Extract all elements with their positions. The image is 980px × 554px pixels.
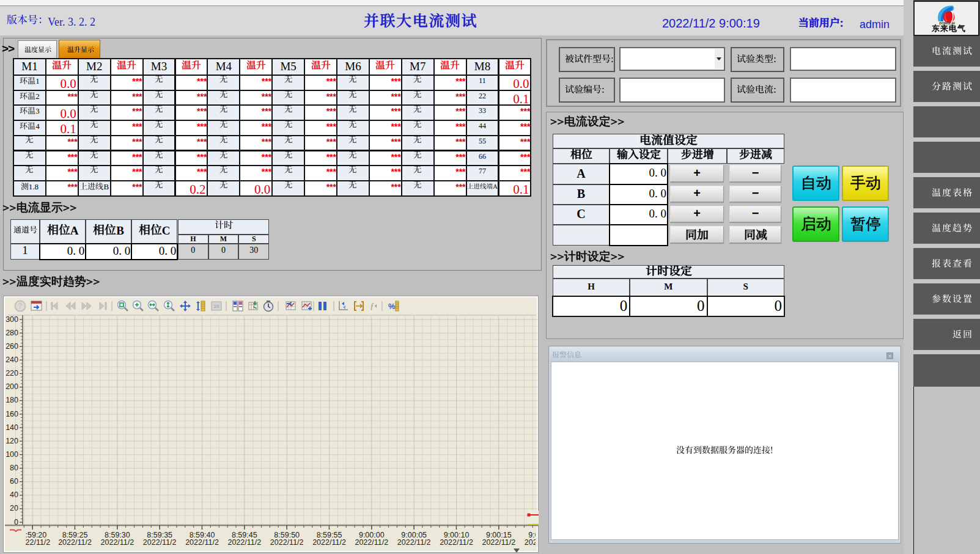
svg-text:80: 80	[10, 464, 18, 472]
svg-text:%: %	[388, 302, 396, 311]
svg-text:2022/11/2: 2022/11/2	[143, 538, 177, 547]
svg-text:2022/11/2: 2022/11/2	[270, 538, 304, 547]
svg-text:120: 120	[6, 437, 18, 445]
svg-text:220: 220	[6, 369, 18, 377]
svg-text:20: 20	[10, 504, 18, 512]
svg-text:300: 300	[6, 315, 18, 324]
svg-text:160: 160	[6, 410, 18, 418]
svg-text:140: 140	[6, 423, 18, 432]
svg-text:2022/11/2: 2022/11/2	[525, 538, 539, 547]
svg-text:280: 280	[6, 329, 18, 337]
svg-text:10: 10	[214, 304, 219, 309]
svg-text:2022/11/2: 2022/11/2	[227, 538, 261, 547]
svg-text:2022/11/2: 2022/11/2	[101, 538, 134, 547]
svg-text:ƒ: ƒ	[370, 302, 374, 311]
svg-text:180: 180	[6, 396, 18, 404]
svg-text:2022/11/2: 2022/11/2	[355, 538, 388, 547]
svg-text:22/11/2: 22/11/2	[26, 538, 51, 547]
svg-text:100: 100	[6, 450, 18, 459]
svg-text:40: 40	[10, 490, 18, 499]
svg-text:2022/11/2: 2022/11/2	[185, 538, 219, 547]
svg-text:2022/11/2: 2022/11/2	[397, 538, 431, 547]
svg-text:260: 260	[6, 342, 18, 351]
svg-text:0: 0	[14, 518, 18, 527]
svg-text:60: 60	[10, 477, 18, 486]
svg-text:?: ?	[18, 302, 22, 310]
svg-text:2022/11/2: 2022/11/2	[58, 538, 92, 547]
svg-text:2022/11/2: 2022/11/2	[440, 538, 473, 547]
svg-text:2022/11/2: 2022/11/2	[482, 538, 515, 547]
svg-text:2022/11/2: 2022/11/2	[312, 538, 346, 547]
svg-text:200: 200	[6, 382, 18, 391]
svg-text:240: 240	[6, 355, 18, 364]
